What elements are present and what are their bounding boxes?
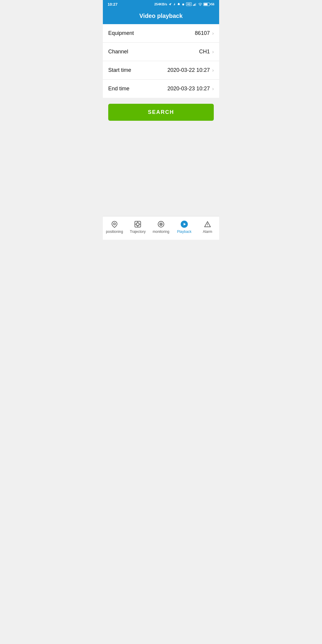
hd-badge: HD	[186, 2, 192, 6]
battery-level: 56	[211, 3, 214, 6]
svg-point-6	[114, 223, 116, 225]
end-time-value: 2020-03-23 10:27	[168, 86, 210, 92]
alarm-clock-icon	[182, 3, 185, 6]
monitoring-icon	[157, 220, 165, 228]
settings-card: Equipment 86107 › Channel CH1 › Start ti…	[103, 24, 219, 98]
playback-label: Playback	[177, 230, 192, 234]
positioning-label: positioning	[106, 230, 123, 234]
channel-row[interactable]: Channel CH1 ›	[103, 43, 219, 61]
trajectory-label: Trajectory	[130, 230, 146, 234]
location-arrow-icon	[168, 3, 172, 6]
start-time-chevron: ›	[212, 68, 214, 73]
alarm-label: Alarm	[203, 230, 212, 234]
channel-label: Channel	[108, 49, 128, 55]
network-speed: 254KB/s	[154, 2, 167, 6]
status-bar: 10:27 254KB/s HD 56	[103, 0, 219, 8]
equipment-label: Equipment	[108, 30, 134, 36]
status-time: 10:27	[108, 2, 117, 7]
svg-point-15	[161, 224, 161, 225]
svg-rect-1	[193, 5, 193, 6]
start-time-label: Start time	[108, 67, 131, 73]
svg-rect-4	[195, 3, 196, 6]
wifi-icon	[198, 3, 202, 6]
start-time-value-container: 2020-03-22 10:27 ›	[168, 67, 214, 73]
nav-item-monitoring[interactable]: monitoring	[149, 219, 173, 235]
positioning-icon	[110, 220, 119, 228]
bottom-navigation: positioning Trajectory monitoring	[103, 216, 219, 240]
equipment-row[interactable]: Equipment 86107 ›	[103, 24, 219, 43]
battery-icon	[203, 3, 210, 6]
bluetooth-icon	[173, 3, 176, 6]
nav-item-playback[interactable]: Playback	[173, 219, 196, 235]
channel-value-container: CH1 ›	[199, 49, 214, 55]
end-time-chevron: ›	[212, 86, 214, 92]
search-button[interactable]: SEARCH	[108, 104, 214, 121]
mute-icon	[177, 3, 180, 6]
end-time-label: End time	[108, 86, 129, 92]
alarm-icon	[203, 220, 212, 228]
svg-point-19	[207, 226, 208, 226]
nav-item-trajectory[interactable]: Trajectory	[126, 219, 149, 235]
page-title: Video playback	[139, 13, 182, 19]
end-time-row[interactable]: End time 2020-03-23 10:27 ›	[103, 80, 219, 98]
status-icons: 254KB/s HD 56	[154, 2, 214, 6]
svg-rect-3	[194, 4, 195, 6]
page-header: Video playback	[103, 8, 219, 24]
monitoring-label: monitoring	[153, 230, 169, 234]
start-time-row[interactable]: Start time 2020-03-22 10:27 ›	[103, 61, 219, 80]
channel-value: CH1	[199, 49, 210, 55]
equipment-value-container: 86107 ›	[195, 30, 214, 36]
content-area	[103, 127, 219, 216]
signal-icon	[193, 3, 197, 6]
nav-item-alarm[interactable]: Alarm	[196, 219, 219, 235]
search-area: SEARCH	[103, 98, 219, 127]
svg-rect-8	[137, 223, 139, 226]
svg-point-0	[182, 3, 184, 5]
svg-point-5	[200, 5, 201, 6]
start-time-value: 2020-03-22 10:27	[168, 67, 210, 73]
nav-item-positioning[interactable]: positioning	[103, 219, 126, 235]
equipment-chevron: ›	[212, 31, 214, 36]
trajectory-icon	[134, 220, 142, 228]
end-time-value-container: 2020-03-23 10:27 ›	[168, 86, 214, 92]
equipment-value: 86107	[195, 30, 210, 36]
svg-rect-2	[194, 4, 194, 6]
playback-icon	[180, 220, 188, 228]
channel-chevron: ›	[212, 49, 214, 55]
